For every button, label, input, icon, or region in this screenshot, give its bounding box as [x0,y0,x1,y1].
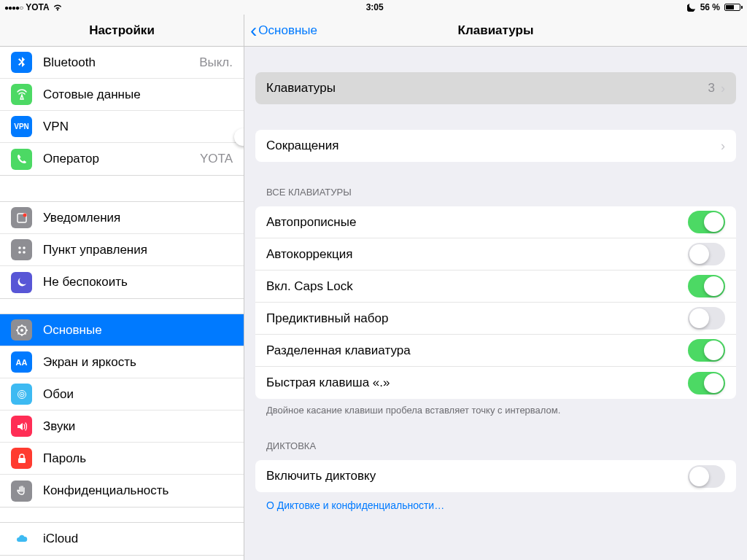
detail-title: Клавиатуры [244,23,747,38]
status-left: ●●●●○ YOTA [4,2,63,12]
sidebar-item-value: YOTA [200,152,233,166]
sidebar-title: Настройки [0,15,244,46]
sidebar-item-label: Сотовые данные [43,88,244,102]
display-icon: AA [11,351,32,373]
wifi-icon [53,4,63,11]
toggle-auto-correct[interactable] [688,243,725,265]
link-dictation-privacy[interactable]: О Диктовке и конфиденциальности… [244,492,747,511]
control-center-icon [11,239,32,260]
sidebar-item-label: Оператор [43,152,200,166]
lock-icon [11,448,32,469]
carrier-label: YOTA [26,2,49,12]
sidebar-item-label: Обои [43,387,244,402]
gear-icon [11,319,32,341]
sidebar-item-carrier[interactable]: Оператор YOTA [0,143,244,175]
wallpaper-icon [11,384,32,405]
sidebar-item-general[interactable]: Основные [0,314,244,346]
sidebar-item-label: Уведомления [43,211,244,225]
row-auto-correct[interactable]: Автокоррекция [255,238,736,271]
hand-icon [11,481,32,502]
cellular-icon [11,84,32,105]
sidebar-item-label: Пункт управления [43,243,244,257]
row-split-keyboard[interactable]: Разделенная клавиатура [255,335,736,367]
sidebar-item-label: iCloud [43,532,244,546]
sidebar-item-label: Основные [43,323,244,338]
speaker-icon [11,416,32,437]
chevron-right-icon: › [721,139,725,154]
sidebar-item-bluetooth[interactable]: Bluetooth Выкл. [0,47,244,79]
toggle-split-keyboard[interactable] [688,339,725,362]
row-label: Разделенная клавиатура [266,343,688,358]
sidebar-item-dnd[interactable]: Не беспокоить [0,266,244,298]
row-label: Автокоррекция [266,247,688,262]
row-value: 3 [708,81,715,96]
sidebar-item-label: Пароль [43,451,244,466]
sidebar-item-value: Выкл. [199,55,233,70]
do-not-disturb-icon [687,3,696,12]
sidebar-item-control-center[interactable]: Пункт управления [0,234,244,266]
toggle-caps-lock[interactable] [688,275,725,298]
battery-percent: 56 % [700,2,720,12]
sidebar-item-privacy[interactable]: Конфиденциальность [0,475,244,507]
svg-point-5 [23,251,26,254]
section-header-dictation: ДИКТОВКА [244,436,747,456]
status-time: 3:05 [366,2,384,12]
row-period-shortcut[interactable]: Быстрая клавиша «.» [255,367,736,399]
sidebar-item-label: Экран и яркость [43,355,244,370]
sidebar-item-label: VPN [43,120,233,134]
chevron-right-icon: › [721,81,725,96]
row-label: Клавиатуры [266,81,708,96]
row-keyboards[interactable]: Клавиатуры 3 › [255,72,736,104]
toggle-auto-caps[interactable] [688,211,725,233]
row-label: Вкл. Caps Lock [266,279,688,294]
svg-point-2 [18,246,21,249]
sidebar-item-display[interactable]: AA Экран и яркость [0,346,244,378]
toggle-dictation[interactable] [688,465,725,488]
sidebar-item-cellular[interactable]: Сотовые данные [0,79,244,111]
svg-point-4 [18,251,21,254]
row-shortcuts[interactable]: Сокращения › [255,130,736,162]
battery-icon [723,4,743,11]
section-header-all-keyboards: ВСЕ КЛАВИАТУРЫ [244,182,747,202]
signal-dots-icon: ●●●●○ [4,4,23,12]
status-right: 56 % [687,2,743,12]
row-enable-dictation[interactable]: Включить диктовку [255,460,736,492]
phone-icon [11,149,32,170]
sidebar-item-label: Bluetooth [43,55,199,70]
row-caps-lock[interactable]: Вкл. Caps Lock [255,271,736,303]
back-label: Основные [258,23,317,38]
row-label: Автопрописные [266,215,688,230]
vpn-icon: VPN [11,116,32,137]
toggle-predictive[interactable] [688,307,725,330]
detail-pane[interactable]: Клавиатуры 3 › Сокращения › ВСЕ КЛАВИАТУ… [244,47,747,560]
row-label: Сокращения [266,139,721,153]
sidebar-item-sounds[interactable]: Звуки [0,411,244,443]
sidebar[interactable]: Bluetooth Выкл. Сотовые данные VPN VPN О… [0,47,244,560]
row-label: Быстрая клавиша «.» [266,376,688,390]
detail-header: ‹ Основные Клавиатуры [244,15,747,46]
status-bar: ●●●●○ YOTA 3:05 56 % [0,0,747,15]
svg-point-1 [23,213,26,217]
toggle-period-shortcut[interactable] [688,372,725,394]
row-label: Предиктивный набор [266,311,688,326]
sidebar-item-label: Звуки [43,419,244,434]
section-footer-all-keyboards: Двойное касание клавиши пробела вставляе… [244,399,747,416]
sidebar-item-label: Не беспокоить [43,275,244,289]
sidebar-item-vpn[interactable]: VPN VPN [0,111,244,143]
row-label: Включить диктовку [266,469,688,483]
moon-icon [11,272,32,293]
chevron-left-icon: ‹ [250,20,257,41]
svg-point-7 [20,329,23,332]
sidebar-item-label: Конфиденциальность [43,483,244,498]
sidebar-item-passcode[interactable]: Пароль [0,443,244,475]
sidebar-item-notifications[interactable]: Уведомления [0,202,244,234]
svg-point-3 [23,246,26,249]
row-auto-caps[interactable]: Автопрописные [255,206,736,238]
svg-point-10 [21,394,23,395]
row-predictive[interactable]: Предиктивный набор [255,303,736,335]
back-button[interactable]: ‹ Основные [250,20,317,41]
sidebar-item-wallpaper[interactable]: Обои [0,378,244,411]
sidebar-item-icloud[interactable]: iCloud [0,523,244,555]
svg-rect-11 [18,458,26,463]
cloud-icon [11,529,32,550]
